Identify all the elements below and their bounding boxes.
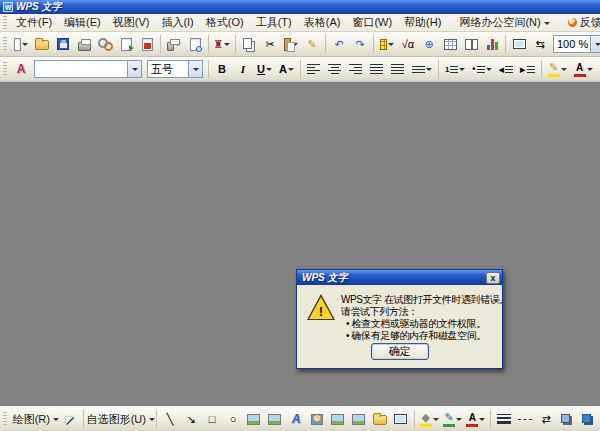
menu-network-workspace[interactable]: 网络办公空间(N) xyxy=(453,14,555,32)
web-button[interactable]: ⊕ xyxy=(419,34,439,54)
line-button[interactable]: ╲ xyxy=(160,409,180,429)
columns-button[interactable] xyxy=(461,34,481,54)
chart-icon xyxy=(487,39,498,50)
font-name-select[interactable] xyxy=(34,60,142,78)
text-effect-button[interactable]: A xyxy=(276,59,297,79)
menu-table[interactable]: 表格(A) xyxy=(298,14,347,32)
export-pdf-button[interactable] xyxy=(137,34,157,54)
cut-button[interactable]: ✂ xyxy=(260,34,280,54)
rectangle-button[interactable]: □ xyxy=(202,409,222,429)
decrease-indent-button[interactable]: ◂ xyxy=(496,59,517,79)
distribute-button[interactable] xyxy=(388,59,408,79)
arrow-style-button[interactable]: ⇄ xyxy=(536,409,556,429)
vertical-text-box-button[interactable] xyxy=(265,409,285,429)
line-color-button[interactable]: ✎ xyxy=(441,409,463,429)
divider xyxy=(414,410,415,428)
align-center-button[interactable] xyxy=(325,59,345,79)
fit-width-button[interactable]: ⇆ xyxy=(530,34,550,54)
menu-help[interactable]: 帮助(H) xyxy=(398,14,447,32)
toolbar-grip[interactable] xyxy=(3,37,7,51)
arrow-button[interactable]: ↘ xyxy=(181,409,201,429)
paste-button[interactable] xyxy=(281,34,301,54)
export-document-button[interactable] xyxy=(116,34,136,54)
styles-button[interactable]: A xyxy=(11,59,31,79)
clipart-button[interactable] xyxy=(307,409,327,429)
print-button[interactable] xyxy=(164,34,184,54)
wordart-button[interactable]: A xyxy=(286,409,306,429)
quick-calc-button[interactable] xyxy=(377,34,397,54)
menu-window[interactable]: 窗口(W) xyxy=(346,14,398,32)
menu-feedback[interactable]: 反馈(B) xyxy=(562,14,600,32)
open-button[interactable] xyxy=(32,34,52,54)
select-objects-button[interactable]: ◤ xyxy=(60,409,80,429)
chevron-down-icon xyxy=(266,68,272,71)
format-painter-button[interactable]: ✎ xyxy=(302,34,322,54)
line-style-button[interactable] xyxy=(494,409,514,429)
toolbar-grip[interactable] xyxy=(3,62,7,76)
chart-button[interactable] xyxy=(482,34,502,54)
underline-button[interactable]: U xyxy=(254,59,275,79)
dash-style-button[interactable] xyxy=(515,409,535,429)
menu-view[interactable]: 视图(V) xyxy=(107,14,156,32)
save-button[interactable] xyxy=(53,34,73,54)
dialog-close-button[interactable]: x xyxy=(486,272,500,284)
shadow-style-button[interactable] xyxy=(557,409,577,429)
ok-button[interactable]: 确定 xyxy=(371,343,429,360)
font-color-button[interactable]: A xyxy=(571,59,596,79)
oval-button[interactable]: ○ xyxy=(223,409,243,429)
insert-picture-button[interactable] xyxy=(328,409,348,429)
feedback-icon xyxy=(568,18,577,27)
new-document-button[interactable] xyxy=(11,34,31,54)
bold-icon: B xyxy=(218,63,226,75)
error-dialog: WPS 文字 x ! WPS文字 在试图打开文件时遇到错误。 请尝试下列方法： … xyxy=(296,269,503,369)
formula-button[interactable]: √α xyxy=(398,34,418,54)
align-left-button[interactable] xyxy=(304,59,324,79)
stamp-button[interactable]: ♜ xyxy=(212,34,232,54)
font-size-dropdown-button[interactable] xyxy=(188,61,202,77)
font-size-select[interactable]: 五号 xyxy=(147,60,203,78)
draw-menu-button[interactable]: 绘图(R) xyxy=(11,409,59,429)
undo-button[interactable]: ↶ xyxy=(329,34,349,54)
menu-tools[interactable]: 工具(T) xyxy=(250,14,298,32)
indent-bars-icon xyxy=(527,66,535,73)
align-right-button[interactable] xyxy=(346,59,366,79)
bold-button[interactable]: B xyxy=(212,59,232,79)
font-name-dropdown-button[interactable] xyxy=(127,61,141,77)
font-color-icon: A xyxy=(574,62,586,77)
line-spacing-button[interactable] xyxy=(409,59,435,79)
autoshapes-button[interactable]: 自选图形(U) xyxy=(87,409,153,429)
dialog-footer: 确定 xyxy=(297,343,502,360)
styles-icon: A xyxy=(17,62,26,76)
toolbar-grip[interactable] xyxy=(3,412,7,426)
document-map-button[interactable] xyxy=(509,34,529,54)
shape-font-color-button[interactable]: A xyxy=(465,409,487,429)
bulleted-list-button[interactable]: • xyxy=(469,59,494,79)
quick-print-button[interactable] xyxy=(74,34,94,54)
numbered-list-button[interactable]: 1 xyxy=(442,59,468,79)
menu-format[interactable]: 格式(O) xyxy=(200,14,250,32)
zoom-select[interactable]: 100 % xyxy=(553,35,600,53)
fill-color-button[interactable]: ◆ xyxy=(418,409,440,429)
highlight-button[interactable]: ✎ xyxy=(545,59,570,79)
justify-button[interactable] xyxy=(367,59,387,79)
menu-network-label: 网络办公空间(N) xyxy=(459,16,540,28)
print-preview-button[interactable] xyxy=(185,34,205,54)
standard-toolbar: ♜ ✂ ✎ ↶ ↷ √α ⊕ ⇆ 100 % ◎ ? xyxy=(0,32,600,57)
threed-style-button[interactable] xyxy=(578,409,598,429)
toolbar-grip[interactable] xyxy=(3,16,7,30)
menu-insert[interactable]: 插入(I) xyxy=(155,14,199,32)
redo-button[interactable]: ↷ xyxy=(350,34,370,54)
menu-file[interactable]: 文件(F) xyxy=(10,14,58,32)
divider xyxy=(235,35,236,53)
page-setup-button[interactable] xyxy=(95,34,115,54)
zoom-dropdown-button[interactable] xyxy=(590,36,600,52)
italic-button[interactable]: I xyxy=(233,59,253,79)
scanner-picture-button[interactable] xyxy=(391,409,411,429)
menu-edit[interactable]: 编辑(E) xyxy=(58,14,107,32)
copy-button[interactable] xyxy=(239,34,259,54)
increase-indent-button[interactable]: ▸ xyxy=(517,59,538,79)
text-box-button[interactable] xyxy=(244,409,264,429)
picture-from-file-button[interactable] xyxy=(349,409,369,429)
insert-table-button[interactable] xyxy=(440,34,460,54)
clip-organizer-button[interactable] xyxy=(370,409,390,429)
